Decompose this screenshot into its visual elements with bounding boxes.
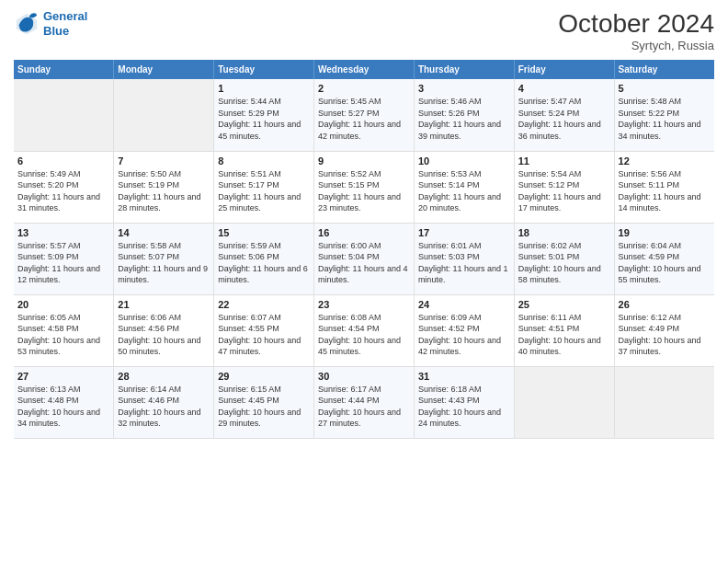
day-number: 11 (518, 155, 610, 167)
cell-3-7: 19Sunrise: 6:04 AM Sunset: 4:59 PM Dayli… (614, 223, 714, 294)
day-number: 30 (318, 371, 410, 382)
day-number: 18 (518, 227, 610, 238)
col-header-wednesday: Wednesday (314, 60, 415, 79)
cell-content: Sunrise: 5:53 AM Sunset: 5:14 PM Dayligh… (418, 168, 510, 214)
cell-1-4: 2Sunrise: 5:45 AM Sunset: 5:27 PM Daylig… (314, 79, 415, 151)
cell-content: Sunrise: 6:08 AM Sunset: 4:54 PM Dayligh… (318, 312, 410, 358)
page: General Blue October 2024 Syrtych, Russi… (0, 0, 728, 563)
cell-3-6: 18Sunrise: 6:02 AM Sunset: 5:01 PM Dayli… (514, 223, 614, 294)
cell-content: Sunrise: 6:12 AM Sunset: 4:49 PM Dayligh… (619, 312, 711, 358)
title-area: October 2024 Syrtych, Russia (558, 9, 714, 52)
cell-content: Sunrise: 5:47 AM Sunset: 5:24 PM Dayligh… (518, 96, 610, 142)
cell-5-4: 30Sunrise: 6:17 AM Sunset: 4:44 PM Dayli… (314, 366, 415, 438)
cell-2-3: 8Sunrise: 5:51 AM Sunset: 5:17 PM Daylig… (214, 151, 314, 223)
cell-content: Sunrise: 5:45 AM Sunset: 5:27 PM Dayligh… (318, 96, 410, 142)
cell-4-5: 24Sunrise: 6:09 AM Sunset: 4:52 PM Dayli… (414, 294, 514, 366)
cell-content: Sunrise: 5:46 AM Sunset: 5:26 PM Dayligh… (418, 96, 510, 142)
day-number: 6 (17, 155, 109, 167)
logo-icon (14, 11, 40, 37)
col-header-sunday: Sunday (14, 60, 114, 79)
cell-1-1 (14, 79, 114, 151)
logo-text: General Blue (43, 9, 87, 38)
cell-content: Sunrise: 6:00 AM Sunset: 5:04 PM Dayligh… (318, 240, 410, 286)
day-number: 25 (518, 299, 610, 310)
cell-content: Sunrise: 5:52 AM Sunset: 5:15 PM Dayligh… (318, 168, 410, 214)
cell-content: Sunrise: 5:54 AM Sunset: 5:12 PM Dayligh… (518, 168, 610, 214)
cell-5-6 (514, 366, 614, 438)
day-number: 16 (318, 227, 410, 238)
cell-5-7 (614, 366, 714, 438)
day-number: 26 (619, 299, 711, 310)
cell-3-4: 16Sunrise: 6:00 AM Sunset: 5:04 PM Dayli… (314, 223, 415, 294)
day-number: 20 (17, 299, 109, 310)
cell-5-2: 28Sunrise: 6:14 AM Sunset: 4:46 PM Dayli… (114, 366, 214, 438)
cell-content: Sunrise: 6:05 AM Sunset: 4:58 PM Dayligh… (17, 312, 109, 358)
cell-1-3: 1Sunrise: 5:44 AM Sunset: 5:29 PM Daylig… (214, 79, 314, 151)
day-number: 10 (418, 155, 510, 167)
week-row-4: 20Sunrise: 6:05 AM Sunset: 4:58 PM Dayli… (14, 294, 714, 366)
day-number: 29 (218, 371, 310, 382)
cell-5-3: 29Sunrise: 6:15 AM Sunset: 4:45 PM Dayli… (214, 366, 314, 438)
logo-blue: Blue (43, 24, 87, 39)
day-number: 12 (619, 155, 711, 167)
col-header-monday: Monday (114, 60, 214, 79)
cell-3-2: 14Sunrise: 5:58 AM Sunset: 5:07 PM Dayli… (114, 223, 214, 294)
header-row: SundayMondayTuesdayWednesdayThursdayFrid… (14, 60, 714, 79)
cell-content: Sunrise: 5:51 AM Sunset: 5:17 PM Dayligh… (218, 168, 310, 214)
day-number: 4 (518, 83, 610, 94)
day-number: 17 (418, 227, 510, 238)
cell-content: Sunrise: 5:48 AM Sunset: 5:22 PM Dayligh… (619, 96, 711, 142)
logo-general: General (43, 9, 87, 23)
day-number: 8 (218, 155, 310, 167)
day-number: 31 (418, 371, 510, 382)
week-row-3: 13Sunrise: 5:57 AM Sunset: 5:09 PM Dayli… (14, 223, 714, 294)
cell-content: Sunrise: 5:50 AM Sunset: 5:19 PM Dayligh… (118, 168, 210, 214)
col-header-friday: Friday (514, 60, 614, 79)
cell-2-4: 9Sunrise: 5:52 AM Sunset: 5:15 PM Daylig… (314, 151, 415, 223)
cell-4-7: 26Sunrise: 6:12 AM Sunset: 4:49 PM Dayli… (614, 294, 714, 366)
month-title: October 2024 (558, 9, 714, 39)
cell-1-5: 3Sunrise: 5:46 AM Sunset: 5:26 PM Daylig… (414, 79, 514, 151)
cell-2-6: 11Sunrise: 5:54 AM Sunset: 5:12 PM Dayli… (514, 151, 614, 223)
day-number: 3 (418, 83, 510, 94)
cell-3-1: 13Sunrise: 5:57 AM Sunset: 5:09 PM Dayli… (14, 223, 114, 294)
col-header-tuesday: Tuesday (214, 60, 314, 79)
day-number: 9 (318, 155, 410, 167)
cell-content: Sunrise: 6:15 AM Sunset: 4:45 PM Dayligh… (218, 384, 310, 430)
cell-4-2: 21Sunrise: 6:06 AM Sunset: 4:56 PM Dayli… (114, 294, 214, 366)
week-row-2: 6Sunrise: 5:49 AM Sunset: 5:20 PM Daylig… (14, 151, 714, 223)
day-number: 27 (17, 371, 109, 382)
cell-content: Sunrise: 5:59 AM Sunset: 5:06 PM Dayligh… (218, 240, 310, 286)
week-row-5: 27Sunrise: 6:13 AM Sunset: 4:48 PM Dayli… (14, 366, 714, 438)
day-number: 13 (17, 227, 109, 238)
cell-content: Sunrise: 5:58 AM Sunset: 5:07 PM Dayligh… (118, 240, 210, 286)
day-number: 23 (318, 299, 410, 310)
cell-content: Sunrise: 6:18 AM Sunset: 4:43 PM Dayligh… (418, 384, 510, 430)
cell-content: Sunrise: 6:13 AM Sunset: 4:48 PM Dayligh… (17, 384, 109, 430)
week-row-1: 1Sunrise: 5:44 AM Sunset: 5:29 PM Daylig… (14, 79, 714, 151)
col-header-saturday: Saturday (614, 60, 714, 79)
cell-content: Sunrise: 6:04 AM Sunset: 4:59 PM Dayligh… (619, 240, 711, 286)
day-number: 5 (619, 83, 711, 94)
location: Syrtych, Russia (558, 39, 714, 52)
cell-1-6: 4Sunrise: 5:47 AM Sunset: 5:24 PM Daylig… (514, 79, 614, 151)
cell-content: Sunrise: 6:06 AM Sunset: 4:56 PM Dayligh… (118, 312, 210, 358)
day-number: 21 (118, 299, 210, 310)
cell-content: Sunrise: 6:09 AM Sunset: 4:52 PM Dayligh… (418, 312, 510, 358)
cell-content: Sunrise: 6:01 AM Sunset: 5:03 PM Dayligh… (418, 240, 510, 286)
cell-2-5: 10Sunrise: 5:53 AM Sunset: 5:14 PM Dayli… (414, 151, 514, 223)
day-number: 1 (218, 83, 310, 94)
cell-content: Sunrise: 6:02 AM Sunset: 5:01 PM Dayligh… (518, 240, 610, 286)
cell-5-1: 27Sunrise: 6:13 AM Sunset: 4:48 PM Dayli… (14, 366, 114, 438)
cell-5-5: 31Sunrise: 6:18 AM Sunset: 4:43 PM Dayli… (414, 366, 514, 438)
cell-content: Sunrise: 6:07 AM Sunset: 4:55 PM Dayligh… (218, 312, 310, 358)
cell-1-2 (114, 79, 214, 151)
cell-3-3: 15Sunrise: 5:59 AM Sunset: 5:06 PM Dayli… (214, 223, 314, 294)
day-number: 15 (218, 227, 310, 238)
cell-4-3: 22Sunrise: 6:07 AM Sunset: 4:55 PM Dayli… (214, 294, 314, 366)
cell-content: Sunrise: 6:14 AM Sunset: 4:46 PM Dayligh… (118, 384, 210, 430)
day-number: 19 (619, 227, 711, 238)
cell-content: Sunrise: 5:49 AM Sunset: 5:20 PM Dayligh… (17, 168, 109, 214)
cell-2-2: 7Sunrise: 5:50 AM Sunset: 5:19 PM Daylig… (114, 151, 214, 223)
day-number: 7 (118, 155, 210, 167)
